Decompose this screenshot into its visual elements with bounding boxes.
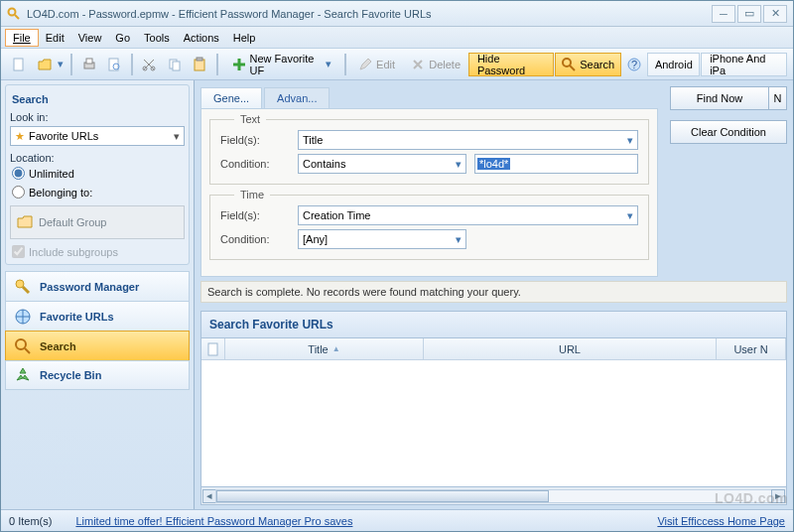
menu-go[interactable]: Go xyxy=(108,30,137,46)
statusbar: 0 Item(s) Limited time offer! Efficient … xyxy=(1,509,793,531)
include-subgroups-row[interactable]: Include subgroups xyxy=(10,243,185,260)
menu-help[interactable]: Help xyxy=(226,30,263,46)
toolbar-hide-password[interactable]: Hide Password xyxy=(468,53,554,76)
preview-icon xyxy=(106,57,122,72)
combo-value: Contains xyxy=(303,158,345,170)
toolbar-delete[interactable]: Delete xyxy=(403,53,466,76)
look-in-combo[interactable]: ★Favorite URLs ▾ xyxy=(10,126,185,146)
nav-password-manager[interactable]: Password Manager xyxy=(5,271,190,301)
toolbar-paste[interactable] xyxy=(188,53,212,76)
toolbar-new-favorite[interactable]: New Favorite UF▾ xyxy=(222,53,340,76)
results-grid: Title▲ URL User N xyxy=(200,338,787,487)
menubar: File Edit View Go Tools Actions Help xyxy=(1,27,793,49)
maximize-button[interactable]: ▭ xyxy=(737,5,761,23)
text-fields-label: Field(s): xyxy=(220,134,290,146)
scissors-icon xyxy=(141,57,157,72)
toolbar-android[interactable]: Android xyxy=(647,53,700,76)
search-form: Text Field(s): Title▾ Condition: Contain… xyxy=(200,108,658,277)
main-panel: Gene... Advan... Text Field(s): Title▾ C… xyxy=(195,80,793,509)
toolbar-new-favorite-label: New Favorite UF xyxy=(250,53,323,76)
toolbar-preview[interactable] xyxy=(102,53,127,76)
sidebar: Search Look in: ★Favorite URLs ▾ Locatio… xyxy=(1,80,195,509)
radio-unlimited-label: Unlimited xyxy=(29,168,74,180)
toolbar-cut[interactable] xyxy=(137,53,162,76)
status-promo-link[interactable]: Limited time offer! Efficient Password M… xyxy=(75,515,352,527)
clear-condition-button[interactable]: Clear Condition xyxy=(670,120,787,144)
menu-view[interactable]: View xyxy=(71,30,109,46)
tab-general[interactable]: Gene... xyxy=(200,87,262,108)
toolbar-search-label: Search xyxy=(580,59,614,70)
close-button[interactable]: ✕ xyxy=(763,5,787,23)
nav-item-label: Favorite URLs xyxy=(40,311,114,323)
scroll-track[interactable] xyxy=(215,489,772,503)
col-label: User N xyxy=(733,343,767,355)
minimize-button[interactable]: ─ xyxy=(712,5,735,23)
include-subgroups-checkbox[interactable] xyxy=(12,245,25,258)
dropdown-icon: ▾ xyxy=(627,134,633,147)
menu-actions[interactable]: Actions xyxy=(177,30,226,46)
dropdown-icon: ▾ xyxy=(174,130,180,143)
find-now-button[interactable]: Find Now xyxy=(670,86,769,110)
nav-item-label: Search xyxy=(40,340,76,352)
horizontal-scrollbar[interactable]: ◂ ▸ xyxy=(200,487,787,505)
combo-value: Creation Time xyxy=(303,209,370,221)
pencil-icon xyxy=(357,57,373,72)
status-home-link[interactable]: Visit Efficcess Home Page xyxy=(657,515,785,527)
scroll-left-arrow[interactable]: ◂ xyxy=(202,489,216,503)
combo-value: Title xyxy=(303,134,323,146)
dropdown-icon: ▾ xyxy=(627,209,633,222)
grid-columns: Title▲ URL User N xyxy=(201,338,786,360)
nav-favorite-urls[interactable]: Favorite URLs xyxy=(5,301,190,331)
time-fields-combo[interactable]: Creation Time▾ xyxy=(298,205,638,225)
folder-open-icon xyxy=(37,57,53,72)
svg-rect-12 xyxy=(197,58,202,61)
svg-rect-2 xyxy=(14,59,23,70)
toolbar-new[interactable] xyxy=(7,53,32,76)
toolbar-search[interactable]: Search xyxy=(555,53,621,76)
combo-value: [Any] xyxy=(303,233,328,245)
plus-icon xyxy=(231,57,247,72)
scroll-right-arrow[interactable]: ▸ xyxy=(771,489,785,503)
time-condition-combo[interactable]: [Any]▾ xyxy=(298,229,466,249)
col-title[interactable]: Title▲ xyxy=(225,338,424,359)
toolbar-help[interactable]: ? xyxy=(622,53,647,76)
col-url[interactable]: URL xyxy=(424,338,717,359)
toolbar-delete-label: Delete xyxy=(429,59,461,70)
toolbar-open[interactable]: ▾ xyxy=(33,53,67,76)
svg-rect-21 xyxy=(208,343,217,355)
folder-icon xyxy=(17,215,33,229)
menu-file[interactable]: File xyxy=(5,29,39,47)
window-title: LO4D.com - Password.epmw - Efficient Pas… xyxy=(27,8,710,20)
dropdown-icon: ▾ xyxy=(456,233,462,246)
col-icon[interactable] xyxy=(201,338,225,359)
button-label: N xyxy=(774,92,782,104)
col-user[interactable]: User N xyxy=(717,338,786,359)
toolbar-print[interactable] xyxy=(76,53,101,76)
svg-text:?: ? xyxy=(631,59,637,70)
radio-unlimited-row[interactable]: Unlimited xyxy=(10,164,185,183)
default-group-box[interactable]: Default Group xyxy=(10,205,185,239)
tab-advanced[interactable]: Advan... xyxy=(264,87,330,108)
location-label: Location: xyxy=(10,152,55,164)
nav-search[interactable]: Search xyxy=(5,331,190,360)
radio-belonging-row[interactable]: Belonging to: xyxy=(10,183,185,201)
find-now-extra[interactable]: N xyxy=(769,86,787,110)
text-condition-combo[interactable]: Contains▾ xyxy=(298,154,466,174)
text-search-input[interactable]: *lo4d* xyxy=(474,154,638,174)
radio-unlimited[interactable] xyxy=(12,167,25,180)
scroll-thumb[interactable] xyxy=(216,490,549,502)
look-in-label: Look in: xyxy=(10,111,49,123)
app-window: LO4D.com - Password.epmw - Efficient Pas… xyxy=(0,0,794,532)
help-icon: ? xyxy=(626,57,642,72)
toolbar-copy[interactable] xyxy=(162,53,187,76)
menu-edit[interactable]: Edit xyxy=(39,30,71,46)
toolbar-iphone[interactable]: iPhone And iPa xyxy=(701,53,787,76)
radio-belonging[interactable] xyxy=(12,186,25,199)
svg-point-13 xyxy=(563,59,571,66)
toolbar-edit[interactable]: Edit xyxy=(350,53,403,76)
toolbar-separator xyxy=(216,54,218,75)
menu-tools[interactable]: Tools xyxy=(137,30,177,46)
dropdown-icon: ▾ xyxy=(326,58,331,70)
text-fields-combo[interactable]: Title▾ xyxy=(298,130,638,150)
nav-recycle-bin[interactable]: Recycle Bin xyxy=(5,360,190,390)
